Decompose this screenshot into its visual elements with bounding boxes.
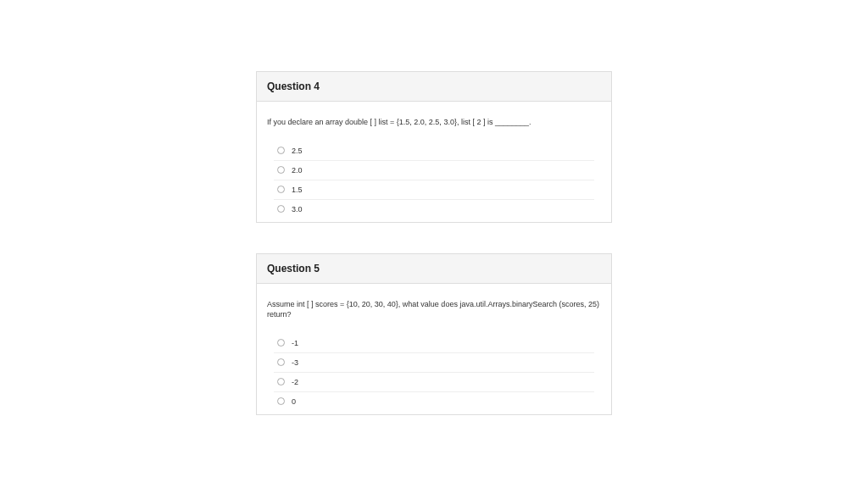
option-row[interactable]: 1.5 — [274, 180, 594, 200]
option-row[interactable]: -2 — [274, 373, 594, 392]
option-row[interactable]: 3.0 — [274, 200, 594, 219]
option-row[interactable]: 2.5 — [274, 141, 594, 161]
question-prompt: If you declare an array double [ ] list … — [267, 117, 601, 128]
option-row[interactable]: -1 — [274, 334, 594, 353]
option-label: 0 — [292, 397, 296, 406]
option-label: 3.0 — [292, 205, 303, 214]
option-row[interactable]: 0 — [274, 392, 594, 411]
question-block: Question 5 Assume int [ ] scores = {10, … — [256, 253, 612, 415]
question-title: Question 4 — [267, 80, 601, 92]
question-header: Question 5 — [257, 254, 611, 284]
question-title: Question 5 — [267, 263, 601, 274]
quiz-container: Question 4 If you declare an array doubl… — [256, 0, 612, 415]
options-list: 2.5 2.0 1.5 3.0 — [267, 141, 601, 219]
radio-icon[interactable] — [277, 397, 285, 405]
radio-icon[interactable] — [277, 205, 285, 213]
question-block: Question 4 If you declare an array doubl… — [256, 71, 612, 223]
question-prompt: Assume int [ ] scores = {10, 20, 30, 40}… — [267, 299, 601, 320]
option-label: -3 — [292, 358, 298, 367]
question-header: Question 4 — [257, 72, 611, 102]
option-label: 1.5 — [292, 186, 303, 194]
option-label: 2.0 — [292, 166, 303, 175]
question-body: Assume int [ ] scores = {10, 20, 30, 40}… — [257, 284, 611, 414]
option-label: -2 — [292, 378, 298, 386]
radio-icon[interactable] — [277, 147, 285, 154]
radio-icon[interactable] — [277, 186, 285, 193]
question-body: If you declare an array double [ ] list … — [257, 102, 611, 222]
options-list: -1 -3 -2 0 — [267, 334, 601, 411]
radio-icon[interactable] — [277, 339, 285, 347]
radio-icon[interactable] — [277, 166, 285, 174]
option-row[interactable]: -3 — [274, 353, 594, 373]
radio-icon[interactable] — [277, 378, 285, 385]
radio-icon[interactable] — [277, 358, 285, 366]
option-row[interactable]: 2.0 — [274, 161, 594, 180]
option-label: 2.5 — [292, 147, 303, 155]
option-label: -1 — [292, 339, 298, 347]
